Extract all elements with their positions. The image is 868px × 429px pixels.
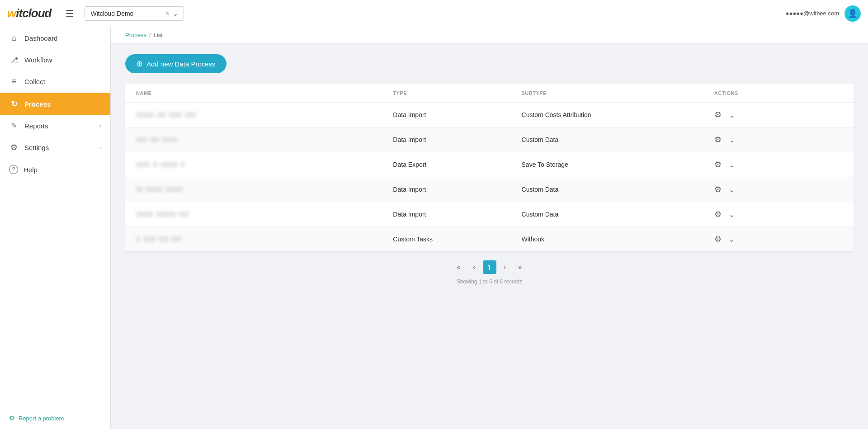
sidebar-label-help: Help	[24, 166, 38, 174]
row2-type: Data Import	[393, 136, 521, 143]
name-blur	[180, 162, 185, 167]
name-blur	[150, 137, 159, 142]
report-problem-link[interactable]: ⚙ Report a problem	[9, 415, 101, 422]
row3-subtype: Save To Storage	[522, 161, 714, 168]
sidebar-item-dashboard[interactable]: ⌂ Dashboard	[0, 27, 110, 49]
row5-name	[136, 212, 393, 217]
name-blur	[162, 137, 178, 142]
help-icon: ?	[9, 165, 18, 174]
sidebar-item-collect[interactable]: ≡ Collect	[0, 71, 110, 93]
row5-subtype: Custom Data	[522, 211, 714, 218]
table-header: NAME TYPE SUBTYPE ACTIONS	[125, 84, 854, 103]
breadcrumb-list: List	[154, 32, 163, 38]
name-blur	[171, 236, 181, 242]
sidebar-label-dashboard: Dashboard	[24, 34, 57, 42]
row3-actions: ⚙ ⌄	[714, 160, 843, 170]
col-actions: ACTIONS	[714, 90, 843, 96]
sidebar-bottom: ⚙ Report a problem	[0, 407, 110, 429]
page-1-button[interactable]: 1	[483, 260, 496, 274]
name-blur	[179, 212, 189, 217]
row6-name	[136, 236, 393, 242]
report-problem-icon: ⚙	[9, 415, 15, 422]
workspace-selector[interactable]: Witcloud Demo × ⌄	[85, 6, 184, 21]
col-name: NAME	[136, 90, 393, 96]
gear-icon[interactable]: ⚙	[714, 234, 722, 244]
content-area: ⊕ Add new Data Process NAME TYPE SUBTYPE…	[111, 43, 868, 305]
breadcrumb-separator: /	[149, 32, 151, 38]
reports-chevron-icon: ‹	[99, 123, 101, 129]
expand-icon[interactable]: ⌄	[729, 136, 735, 144]
prev-page-button[interactable]: ‹	[467, 260, 481, 274]
gear-icon[interactable]: ⚙	[714, 110, 722, 120]
workflow-icon: ⎇	[9, 56, 19, 64]
expand-icon[interactable]: ⌄	[729, 160, 735, 169]
sidebar-item-workflow[interactable]: ⎇ Workflow	[0, 49, 110, 71]
expand-icon[interactable]: ⌄	[729, 210, 735, 219]
table-row: Data Import Custom Data ⚙ ⌄	[125, 202, 854, 227]
name-blur	[136, 137, 147, 142]
report-problem-label: Report a problem	[19, 415, 64, 422]
pagination-info: Showing 1 to 6 of 6 records	[456, 278, 522, 285]
sidebar-label-collect: Collect	[24, 78, 45, 85]
expand-icon[interactable]: ⌄	[729, 185, 735, 194]
row6-type: Custom Tasks	[393, 236, 521, 243]
sidebar-label-settings: Settings	[24, 144, 49, 151]
gear-icon[interactable]: ⚙	[714, 209, 722, 219]
sidebar-item-process[interactable]: ↻ Process	[0, 93, 110, 115]
gear-icon[interactable]: ⚙	[714, 184, 722, 194]
table-row: Data Import Custom Data ⚙ ⌄	[125, 127, 854, 152]
hamburger-button[interactable]: ☰	[62, 5, 77, 23]
row5-type: Data Import	[393, 211, 521, 218]
row4-name	[136, 187, 393, 192]
workspace-name: Witcloud Demo	[90, 10, 165, 17]
workspace-close-icon[interactable]: ×	[165, 9, 169, 18]
row4-type: Data Import	[393, 186, 521, 193]
row3-type: Data Export	[393, 161, 521, 168]
pagination-controls: « ‹ 1 › »	[452, 260, 527, 274]
expand-icon[interactable]: ⌄	[729, 235, 735, 244]
row6-subtype: Withook	[522, 236, 714, 243]
last-page-button[interactable]: »	[514, 260, 527, 274]
next-page-button[interactable]: ›	[498, 260, 512, 274]
row1-name	[136, 112, 393, 118]
gear-icon[interactable]: ⚙	[714, 135, 722, 145]
logo-wit: wit	[7, 6, 22, 20]
workspace-chevron-icon[interactable]: ⌄	[173, 10, 178, 17]
name-blur	[136, 236, 141, 242]
logo-cloud: cloud	[22, 6, 51, 20]
name-blur	[165, 187, 183, 192]
first-page-button[interactable]: «	[452, 260, 466, 274]
row6-actions: ⚙ ⌄	[714, 234, 843, 244]
sidebar-label-workflow: Workflow	[24, 56, 52, 64]
row1-actions: ⚙ ⌄	[714, 110, 843, 120]
name-blur	[136, 162, 150, 167]
row2-name	[136, 137, 393, 142]
name-blur	[157, 112, 166, 118]
pagination: « ‹ 1 › » Showing 1 to 6 of 6 records	[125, 251, 854, 294]
add-button-label: Add new Data Process	[146, 60, 216, 68]
add-data-process-button[interactable]: ⊕ Add new Data Process	[125, 54, 226, 73]
row4-subtype: Custom Data	[522, 186, 714, 193]
user-avatar[interactable]: 👤	[844, 5, 861, 22]
breadcrumb-process[interactable]: Process	[125, 32, 146, 38]
name-blur	[169, 112, 182, 118]
row1-subtype: Custom Costs Attribution	[522, 111, 714, 118]
app-logo: witcloud	[7, 6, 51, 20]
settings-chevron-icon: ‹	[99, 144, 101, 151]
sidebar-item-reports[interactable]: ✎ Reports ‹	[0, 115, 110, 136]
main-content: Process / List ⊕ Add new Data Process NA…	[111, 27, 868, 429]
expand-icon[interactable]: ⌄	[729, 111, 735, 119]
gear-icon[interactable]: ⚙	[714, 160, 722, 170]
name-blur	[146, 187, 163, 192]
name-blur	[136, 212, 153, 217]
sidebar-item-help[interactable]: ? Help	[0, 159, 110, 180]
home-icon: ⌂	[9, 33, 19, 43]
sidebar-item-settings[interactable]: ⚙ Settings ‹	[0, 136, 110, 159]
process-icon: ↻	[9, 99, 19, 109]
collect-icon: ≡	[9, 77, 19, 86]
row1-type: Data Import	[393, 111, 521, 118]
name-blur	[136, 187, 143, 192]
name-blur	[143, 236, 156, 242]
table-row: Data Import Custom Costs Attribution ⚙ ⌄	[125, 103, 854, 127]
table-row: Custom Tasks Withook ⚙ ⌄	[125, 227, 854, 251]
